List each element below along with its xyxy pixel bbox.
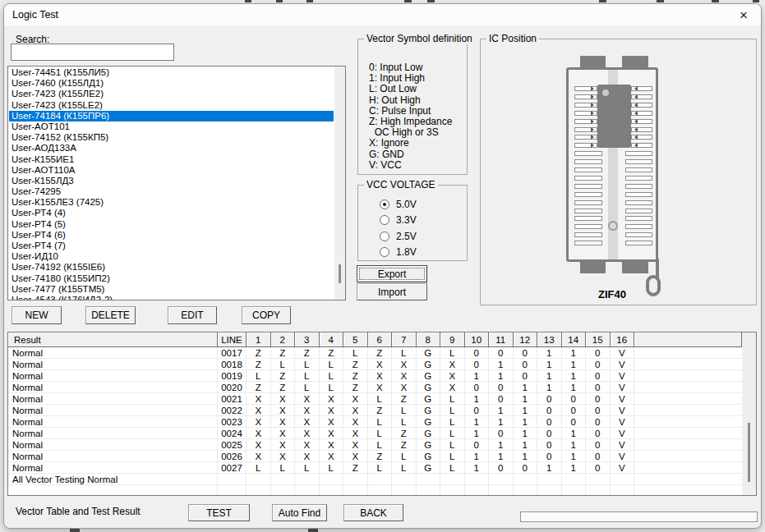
column-header-4[interactable]: 4 [320, 332, 344, 347]
vcc-option-3.3V[interactable]: 3.3V [380, 213, 417, 229]
column-header-5[interactable]: 5 [343, 332, 368, 347]
edit-button[interactable]: EDIT [168, 306, 217, 324]
scrollbar-thumb[interactable] [339, 264, 341, 283]
column-header-13[interactable]: 13 [537, 332, 562, 347]
ic-list-item[interactable]: User-74184 (К155ПР6) [9, 111, 334, 122]
ic-list-scrollbar[interactable] [334, 66, 345, 300]
socket-pin-slot [631, 111, 652, 116]
ic-list-item[interactable]: User-4543 (К176ИД2-2) [9, 295, 334, 300]
ic-list-item[interactable]: User-74152 (К155КП5) [9, 132, 334, 143]
radio-icon[interactable] [380, 215, 389, 225]
vector-cell: X [392, 370, 417, 382]
table-row[interactable]: Normal0026XXXXXZLGL111010V [8, 451, 742, 462]
ic-list-item[interactable]: User-РТ4 (6) [9, 230, 334, 241]
scrollbar-thumb[interactable] [748, 423, 750, 482]
vcc-voltage-group-title: VCC VOLTAGE [364, 179, 438, 190]
ic-list-item[interactable]: User-К155ИЕ1 [9, 154, 334, 165]
vector-cell: 1 [537, 382, 562, 393]
vcc-option-5.0V[interactable]: 5.0V [380, 196, 417, 213]
ic-list-item[interactable]: User-7460 (К155ЛД1) [9, 78, 334, 89]
column-header-14[interactable]: 14 [562, 332, 587, 347]
ic-list-item[interactable]: User-РТ4 (5) [9, 219, 334, 230]
line-cell: 0024 [218, 428, 247, 439]
column-header-filler[interactable] [634, 332, 742, 347]
table-row[interactable]: Normal0021XXXXXLZGL101000V [8, 393, 742, 405]
export-button[interactable]: Export [357, 265, 427, 282]
column-header-3[interactable]: 3 [295, 332, 320, 347]
radio-icon[interactable] [380, 232, 389, 241]
ic-list-item[interactable]: User-7423 (К155ЛЕ2) [9, 89, 334, 99]
result-table-scrollbar[interactable] [742, 332, 756, 495]
column-header-8[interactable]: 8 [417, 332, 441, 347]
table-row[interactable]: Normal0025XXXXXLZGL011010V [8, 439, 742, 451]
vector-cell: X [247, 439, 271, 451]
result-cell: Normal [8, 451, 218, 462]
table-row[interactable]: Normal0017ZZZZLZLGL000110V [8, 347, 742, 359]
test-button[interactable]: TEST [188, 504, 250, 521]
close-button[interactable]: × [731, 6, 756, 24]
vector-cell: Z [392, 428, 417, 439]
column-header-1[interactable]: 1 [247, 332, 271, 347]
ic-list-item[interactable]: User-К155ЛЕ3 (7425) [9, 197, 334, 208]
ic-list-item[interactable]: User-АОТ110А [9, 165, 334, 176]
search-input[interactable] [11, 44, 174, 61]
filler-cell [634, 382, 742, 393]
vcc-option-1.8V[interactable]: 1.8V [380, 245, 417, 261]
ic-list-item[interactable]: User-ИД10 [9, 251, 334, 262]
vector-cell: X [271, 451, 296, 462]
vector-cell: X [343, 428, 368, 439]
vcc-option-2.5V[interactable]: 2.5V [380, 228, 417, 245]
result-table: ResultLINE12345678910111213141516 Normal… [7, 332, 757, 496]
delete-button[interactable]: DELETE [85, 306, 136, 324]
new-button[interactable]: NEW [12, 306, 62, 324]
ic-list-item[interactable]: User-К155ЛД3 [9, 176, 334, 186]
column-header-12[interactable]: 12 [514, 332, 538, 347]
vector-cell: 0 [562, 416, 587, 428]
ic-list-item[interactable]: User-74192 (К155IE6) [9, 262, 334, 273]
ic-list-item[interactable]: User-74295 [9, 186, 334, 197]
table-row[interactable]: Normal0024XXXXXLZGL101010V [8, 428, 742, 439]
copy-button[interactable]: COPY [242, 306, 291, 324]
ic-list-item[interactable]: User-РТ4 (4) [9, 208, 334, 218]
column-header-2[interactable]: 2 [271, 332, 296, 347]
column-header-16[interactable]: 16 [611, 332, 635, 347]
vector-cell: Z [368, 405, 393, 416]
table-row[interactable]: Normal0018ZLLLZXXGX010110V [8, 359, 742, 370]
column-header-line[interactable]: LINE [218, 332, 247, 347]
filler-cell [634, 416, 742, 428]
vector-cell: 0 [586, 439, 611, 451]
import-button[interactable]: Import [357, 283, 427, 300]
vector-cell: 0 [514, 370, 538, 382]
radio-icon[interactable] [380, 200, 389, 209]
column-header-7[interactable]: 7 [392, 332, 417, 347]
ic-list-item[interactable]: User-РТ4 (7) [9, 241, 334, 251]
table-row[interactable]: Normal0027LLLLZLLGL100110V [8, 462, 742, 474]
title-bar[interactable]: Logic Test × [4, 4, 761, 25]
column-header-9[interactable]: 9 [440, 332, 465, 347]
table-row[interactable]: Normal0023XXXXXLLGL111000V [8, 416, 742, 428]
ic-list-item[interactable]: User-74180 (К155ИП2) [9, 273, 334, 284]
radio-icon[interactable] [380, 247, 389, 257]
table-empty-row[interactable] [8, 485, 742, 496]
auto-find-button[interactable]: Auto Find [272, 504, 327, 521]
table-row[interactable]: Normal0020ZZLLZXXGX001110V [8, 382, 742, 393]
background-artifact [70, 529, 80, 532]
column-header-11[interactable]: 11 [489, 332, 514, 347]
column-header-6[interactable]: 6 [368, 332, 393, 347]
filler-cell [634, 462, 742, 474]
column-header-result[interactable]: Result [8, 332, 218, 347]
ic-list-item[interactable]: User-74451 (К155ЛИ5) [9, 67, 334, 78]
column-header-10[interactable]: 10 [465, 332, 490, 347]
socket-pin-slot [574, 176, 602, 181]
ic-list-item[interactable]: User-AOT101 [9, 122, 334, 132]
ic-list-item[interactable]: User-АОД133А [9, 143, 334, 154]
vector-cell: 1 [562, 428, 587, 439]
table-row[interactable]: Normal0019LZLLZXXGX110110V [8, 370, 742, 382]
table-summary-row[interactable]: All Vector Testing Normal [8, 474, 742, 485]
socket-pin-slot [631, 86, 652, 91]
ic-list-item[interactable]: User-7423 (К155LE2) [9, 100, 334, 111]
ic-list-item[interactable]: User-7477 (К155ТМ5) [9, 284, 334, 295]
back-button[interactable]: BACK [343, 504, 403, 521]
table-row[interactable]: Normal0022XXXXXZLGL011000V [8, 405, 742, 416]
column-header-15[interactable]: 15 [586, 332, 611, 347]
